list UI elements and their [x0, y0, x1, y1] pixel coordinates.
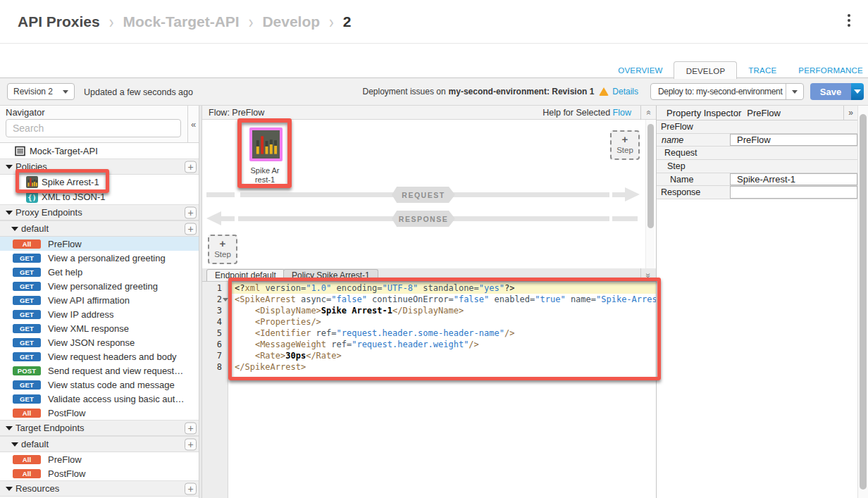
nav-flow-postflow[interactable]: AllPostFlow — [0, 466, 199, 480]
nav-item-label: Spike Arrest-1 — [42, 177, 99, 187]
nav-flow-preflow[interactable]: AllPreFlow — [0, 237, 199, 251]
nav-flow-send-request-and-view-request[interactable]: POSTSend request and view request… — [0, 363, 199, 378]
response-arrow-segment — [221, 216, 235, 221]
add-step-button-response[interactable]: + Step — [208, 235, 237, 264]
details-link[interactable]: Details — [612, 87, 638, 97]
tab-policy-spike-arrest[interactable]: Policy Spike Arrest-1 — [283, 269, 378, 281]
add-button-proxy-endpoints[interactable]: + — [185, 206, 197, 218]
nav-flow-view-ip-address[interactable]: GETView IP address — [0, 307, 199, 321]
caret-down-icon[interactable] — [6, 211, 13, 215]
flow-scrollbar[interactable] — [645, 120, 655, 268]
code-line-4[interactable]: <Properties/> — [228, 316, 656, 328]
code-line-6[interactable]: <MessageWeight ref="request.header.weigh… — [228, 339, 656, 350]
chevron-down-icon — [854, 89, 861, 94]
nav-flow-view-xml-response[interactable]: GETView XML response — [0, 321, 199, 335]
method-badge-post: POST — [13, 366, 41, 375]
caret-down-icon[interactable] — [11, 227, 18, 231]
add-step-button-request[interactable]: + Step — [610, 130, 640, 160]
nav-flow-postflow[interactable]: AllPostFlow — [0, 406, 199, 420]
nav-flow-view-api-affirmation[interactable]: GETView API affirmation — [0, 293, 199, 307]
add-button-policies[interactable]: + — [185, 161, 197, 173]
line-number: 6 — [205, 339, 222, 350]
property-inspector-title: Property Inspector — [666, 108, 741, 118]
search-input[interactable] — [6, 119, 181, 137]
nav-flow-label: Send request and view request… — [48, 366, 183, 376]
property-rows: PreFlownamePreFlowRequestStepNameSpike-A… — [657, 120, 857, 199]
nav-item-mock-target-api[interactable]: Mock-Target-API — [0, 143, 199, 158]
collapse-flow-button[interactable]: » — [640, 106, 656, 120]
revision-select[interactable]: Revision 2 — [7, 83, 75, 100]
add-button-resources[interactable]: + — [185, 483, 197, 494]
code-editor[interactable]: 12345678 <?xml version="1.0" encoding="U… — [202, 282, 656, 498]
nav-item-spike-arrest-1[interactable]: Spike Arrest-1 — [0, 175, 199, 189]
code-area[interactable]: <?xml version="1.0" encoding="UTF-8" sta… — [228, 282, 656, 498]
nav-flow-view-personalized-greeting[interactable]: GETView personalized greeting — [0, 279, 199, 293]
chevron-down-icon — [792, 90, 798, 94]
method-badge-get: GET — [13, 324, 41, 333]
kebab-menu-icon[interactable] — [847, 14, 851, 27]
save-dropdown-button[interactable] — [851, 83, 864, 100]
line-number: 4 — [205, 316, 222, 328]
spike-arrest-policy-icon[interactable] — [249, 127, 283, 161]
breadcrumb-proxy-name[interactable]: Mock-Target-API — [123, 13, 239, 30]
breadcrumb-develop[interactable]: Develop — [262, 13, 320, 30]
policy-label: Spike Ar rest-1 — [235, 166, 294, 185]
nav-item-xml-to-json-1[interactable]: {)XML to JSON-1 — [0, 189, 199, 204]
collapse-navigator-button[interactable]: « — [187, 106, 199, 142]
breadcrumb-api-proxies[interactable]: API Proxies — [18, 13, 100, 30]
code-line-3[interactable]: <DisplayName>Spike Arrest-1</DisplayName… — [228, 305, 656, 316]
nav-flow-view-request-headers-and-body[interactable]: GETView request headers and body — [0, 349, 199, 363]
deploy-select-arrow[interactable] — [786, 84, 803, 99]
caret-down-icon[interactable] — [11, 442, 18, 447]
nav-section-resources[interactable]: Resources+ — [0, 480, 199, 497]
line-number: 8 — [205, 361, 222, 373]
property-label: Response — [657, 186, 730, 199]
page-scrollbar[interactable] — [857, 106, 868, 498]
code-line-7[interactable]: <Rate>30ps</Rate> — [228, 350, 656, 361]
nav-section-default[interactable]: default+ — [0, 436, 199, 452]
caret-down-icon[interactable] — [6, 487, 13, 491]
save-button[interactable]: Save — [810, 83, 851, 100]
nav-flow-get-help[interactable]: GETGet help — [0, 265, 199, 279]
nav-section-proxy-endpoints[interactable]: Proxy Endpoints+ — [0, 204, 199, 220]
nav-flow-preflow[interactable]: AllPreFlow — [0, 452, 199, 466]
property-value-name[interactable]: Spike-Arrest-1 — [730, 173, 857, 186]
add-button-default[interactable]: + — [185, 438, 197, 450]
fold-marker-icon[interactable] — [223, 298, 228, 301]
collapse-editor-button[interactable]: » — [640, 268, 656, 282]
tab-performance[interactable]: PERFORMANCE — [787, 61, 868, 78]
caret-down-icon[interactable] — [6, 165, 13, 169]
add-button-target-endpoints[interactable]: + — [185, 422, 197, 434]
code-line-1[interactable]: <?xml version="1.0" encoding="UTF-8" sta… — [228, 282, 656, 294]
flow-help-link[interactable]: Flow — [613, 108, 631, 118]
nav-flow-view-a-personalized-greeting[interactable]: GETView a personalized greeting — [0, 251, 199, 265]
nav-flow-view-json-response[interactable]: GETView JSON response — [0, 335, 199, 349]
tab-develop[interactable]: DEVELOP — [674, 61, 738, 79]
line-number: 3 — [205, 305, 222, 316]
property-value-name[interactable]: PreFlow — [730, 134, 857, 147]
line-number: 7 — [205, 350, 222, 361]
xml-to-json-icon: {) — [26, 191, 38, 203]
nav-flow-view-status-code-and-message[interactable]: GETView status code and message — [0, 378, 199, 392]
spike-arrest-icon — [26, 176, 38, 188]
nav-section-default[interactable]: default+ — [0, 220, 199, 237]
expand-inspector-button[interactable]: » — [843, 106, 857, 120]
nav-flow-validate-access-using-basic-aut[interactable]: GETValidate access using basic aut… — [0, 392, 199, 406]
tab-trace[interactable]: TRACE — [737, 61, 787, 78]
nav-section-policies[interactable]: Policies+ — [0, 158, 199, 175]
code-line-2[interactable]: <SpikeArrest async="false" continueOnErr… — [228, 294, 656, 305]
code-line-8[interactable]: </SpikeArrest> — [228, 361, 656, 373]
page-scrollbar-thumb[interactable] — [860, 114, 867, 490]
tab-endpoint-default[interactable]: Endpoint default — [206, 269, 285, 281]
add-button-default[interactable]: + — [185, 223, 197, 235]
code-line-5[interactable]: <Identifier ref="request.header.some-hea… — [228, 328, 656, 339]
property-label: Step — [657, 160, 857, 173]
caret-down-icon[interactable] — [6, 426, 13, 430]
method-badge-get: GET — [13, 338, 41, 347]
deploy-select[interactable]: Deploy to: my-second-environment — [650, 83, 804, 100]
property-value-response[interactable] — [730, 186, 857, 199]
flow-scrollbar-thumb[interactable] — [647, 124, 654, 228]
warning-triangle-icon — [599, 87, 609, 96]
nav-section-target-endpoints[interactable]: Target Endpoints+ — [0, 420, 199, 436]
tab-overview[interactable]: OVERVIEW — [607, 61, 673, 78]
